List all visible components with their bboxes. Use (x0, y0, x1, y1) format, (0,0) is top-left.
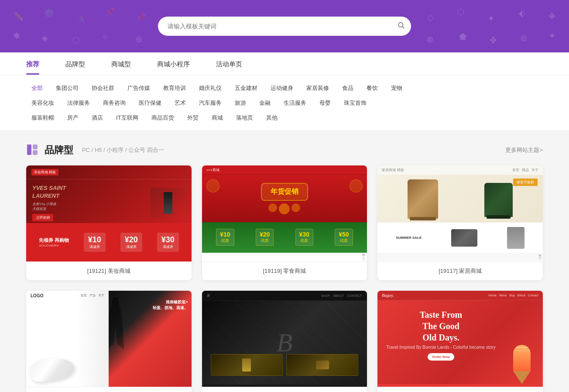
chair-2 (484, 183, 513, 217)
preview-food-main: Taste FromThe GoodOld Days. Travel Inspi… (377, 300, 543, 384)
deco-icon-15: ◇ (427, 12, 434, 23)
category-it[interactable]: IT互联网 (111, 112, 144, 124)
deco-circle-2 (350, 179, 363, 193)
icecream-img (510, 345, 534, 384)
category-business-consult[interactable]: 商务咨询 (98, 97, 131, 109)
category-restaurant[interactable]: 餐饮 (361, 82, 383, 94)
template-grid-row1: 美妆商城 模板 YVES SAINT LAURENT 全新YSL小黑条 天猫首发… (26, 165, 543, 280)
preview-hero-19117: 家装节焕新 (377, 175, 543, 222)
category-medical[interactable]: 医疗保健 (134, 97, 167, 109)
preview-sports-right: 推崇橡胶底= 轻盈、抓地、高速。 (109, 291, 191, 387)
category-association[interactable]: 协会社群 (86, 82, 120, 94)
nav-tabs: 推荐 品牌型 商城型 商城小程序 活动单页 (0, 52, 569, 75)
tab-recommended[interactable]: 推荐 (26, 52, 39, 75)
category-section: 全部 集团公司 协会社群 广告传媒 教育培训 婚庆礼仪 五金建材 运动健身 家居… (0, 75, 569, 131)
svg-point-0 (398, 23, 403, 28)
food-items (261, 203, 308, 214)
svg-rect-4 (33, 150, 38, 155)
category-landing[interactable]: 落地页 (231, 112, 258, 124)
category-travel[interactable]: 旅游 (230, 97, 251, 109)
deco-icon-5: 📌 (135, 12, 146, 23)
category-media[interactable]: 广告传媒 (122, 82, 155, 94)
preview-nav-t4: LOGO 首页产品关于 (26, 291, 109, 301)
template-card-19119[interactable]: ×××商城 年货促销 (202, 165, 367, 280)
deco-icon-19: ⬟ (459, 31, 466, 42)
category-group[interactable]: 集团公司 (51, 82, 84, 94)
preview-inner-t5: B SHOPABOUTCONTACT B (202, 291, 367, 387)
preview-discount-19119: ¥10 优惠 ¥20 优惠 ¥30 优惠 ¥50 (202, 222, 367, 253)
preview-hero-19119: 年货促销 (202, 175, 367, 222)
deco-icon-18: ✤ (490, 35, 497, 45)
template-grid-row2: LOGO 首页产品关于 (26, 291, 543, 392)
discount-3: ¥30 优惠 (295, 229, 313, 246)
category-clothing[interactable]: 服装鞋帽 (26, 112, 59, 124)
template-card-19117[interactable]: 家居商城 模板 首页商品关于 家装节焕新 (377, 165, 543, 280)
voucher-2: ¥20 满减券 (120, 233, 142, 252)
category-other[interactable]: 其他 (261, 112, 283, 124)
category-wedding[interactable]: 婚庆礼仪 (194, 82, 227, 94)
tab-mall[interactable]: 商城型 (111, 52, 131, 75)
preview-sports-left: LOGO 首页产品关于 (26, 291, 109, 387)
deco-icon-8: ⬡ (72, 35, 79, 45)
category-goods[interactable]: 商品百货 (146, 112, 179, 124)
category-art[interactable]: 艺术 (169, 97, 191, 109)
preview-nav-19117: 家居商城 模板 首页商品关于 (377, 165, 543, 175)
template-card-t4[interactable]: LOGO 首页产品关于 (26, 291, 192, 392)
section-title-wrap: 品牌型 PC / H5 / 小程序 / 公众号 四合一 (26, 144, 164, 157)
preview-brand-logo: Bagoy. (382, 293, 394, 298)
tab-brand[interactable]: 品牌型 (65, 52, 85, 75)
preview-products-19117: SUMMER SALE (377, 222, 543, 253)
category-real-estate[interactable]: 房产 (62, 112, 84, 124)
template-preview-t5: B SHOPABOUTCONTACT B (202, 291, 367, 387)
deco-icon-13: ✦ (487, 13, 495, 24)
tab-mini-program[interactable]: 商城小程序 (157, 52, 190, 75)
category-beauty[interactable]: 美容化妆 (26, 97, 59, 109)
search-button[interactable] (397, 21, 405, 31)
deco-icon-1: ✏️ (13, 11, 24, 21)
preview-inner-19121: 美妆商城 模板 YVES SAINT LAURENT 全新YSL小黑条 天猫首发… (26, 165, 192, 261)
category-sports[interactable]: 运动健身 (265, 82, 298, 94)
preview-sports: LOGO 首页产品关于 (26, 291, 192, 387)
preview-food-text: Taste FromThe GoodOld Days. Travel Inspi… (386, 309, 495, 361)
svg-rect-3 (33, 144, 38, 149)
category-hardware[interactable]: 五金建材 (230, 82, 263, 94)
category-life-service[interactable]: 生活服务 (278, 97, 312, 109)
promo-title-text: 年货促销 (261, 183, 308, 201)
category-hotel[interactable]: 酒店 (86, 112, 108, 124)
preview-nav-bar: ×××商城 (202, 165, 367, 175)
preview-food-main-text: Taste FromThe GoodOld Days. (386, 309, 495, 343)
category-home-deco[interactable]: 家居装修 (301, 82, 334, 94)
deco-icon-17: ⊛ (520, 33, 528, 43)
category-auto[interactable]: 汽车服务 (194, 97, 227, 109)
section-title: 品牌型 (45, 144, 73, 157)
template-preview-19121: 美妆商城 模板 YVES SAINT LAURENT 全新YSL小黑条 天猫首发… (26, 165, 192, 261)
discount-1: ¥10 优惠 (216, 229, 234, 246)
template-card-t5[interactable]: B SHOPABOUTCONTACT B (202, 291, 367, 392)
preview-food-sub-text: Travel Inspired By Bonnie Lands - Colorf… (386, 345, 495, 350)
search-input[interactable] (158, 17, 411, 36)
category-food[interactable]: 食品 (337, 82, 359, 94)
template-label-t4: [19115] 运动品牌 (26, 387, 192, 392)
category-mother-baby[interactable]: 母婴 (314, 97, 336, 109)
preview-dark-main: B (202, 301, 367, 385)
category-jewelry[interactable]: 珠宝首饰 (339, 97, 372, 109)
template-card-19121[interactable]: 美妆商城 模板 YVES SAINT LAURENT 全新YSL小黑条 天猫首发… (26, 165, 192, 280)
preview-product-img (151, 188, 185, 218)
template-preview-19117: 家居商城 模板 首页商品关于 家装节焕新 (377, 165, 543, 261)
preview-products-t5 (211, 354, 359, 376)
category-all[interactable]: 全部 (26, 82, 48, 94)
svg-line-1 (402, 27, 404, 28)
category-legal[interactable]: 法律服务 (62, 97, 95, 109)
category-pet[interactable]: 宠物 (386, 82, 408, 94)
summer-sale-tag: SUMMER SALE (396, 236, 422, 240)
preview-brand-bar-19121: 美妆商城 模板 (31, 169, 58, 175)
template-card-t6[interactable]: Bagoy. HomeMenuBuyAboutContact Taste Fro… (377, 291, 543, 392)
section-more-link[interactable]: 更多网站主题> (505, 146, 543, 154)
main-content: 品牌型 PC / H5 / 小程序 / 公众号 四合一 更多网站主题> 美妆商城… (0, 131, 569, 392)
category-foreign-trade[interactable]: 外贸 (182, 112, 204, 124)
preview-top-19121: 美妆商城 模板 YVES SAINT LAURENT 全新YSL小黑条 天猫首发… (26, 165, 192, 223)
category-education[interactable]: 教育培训 (158, 82, 191, 94)
category-finance[interactable]: 金融 (254, 97, 276, 109)
tab-single-page[interactable]: 活动单页 (216, 52, 242, 75)
category-ecommerce[interactable]: 商城 (206, 112, 228, 124)
